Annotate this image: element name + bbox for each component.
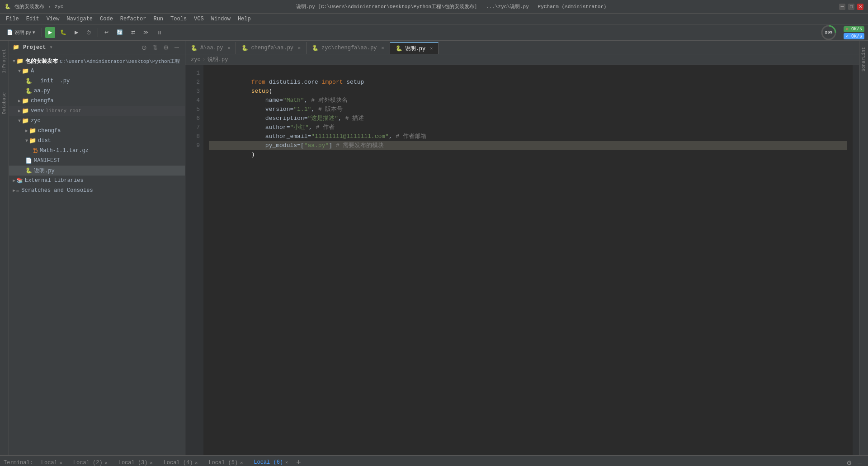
toolbar-right: 26% ✕ OK/s ✓ OK/s: [820, 24, 864, 41]
locate-button[interactable]: ⊙: [140, 43, 149, 52]
menu-vcs[interactable]: VCS: [190, 15, 208, 23]
terminal-tab-local2[interactable]: Local (2) ✕: [69, 457, 112, 466]
menu-tools[interactable]: Tools: [167, 15, 190, 23]
tab-aa-a-close[interactable]: ✕: [227, 45, 230, 51]
menu-file[interactable]: File: [2, 15, 23, 23]
local3-label: Local (3): [118, 460, 148, 466]
tree-ext-libs[interactable]: ▶ 📚 External Libraries: [9, 176, 185, 185]
terminal-settings-button[interactable]: ⚙: [844, 458, 854, 466]
tree-init-py[interactable]: 🐍 __init__.py: [9, 76, 185, 86]
init-py-label: __init__.py: [34, 78, 70, 84]
local4-close[interactable]: ✕: [195, 460, 198, 466]
chengfa-label: chengfa: [31, 98, 53, 104]
local1-close[interactable]: ✕: [60, 460, 62, 466]
root-folder-icon: 📁: [16, 57, 24, 65]
terminal-tab-local3[interactable]: Local (3) ✕: [114, 457, 157, 466]
tree-venv[interactable]: ▶ 📁 venv library root: [9, 106, 185, 116]
add-terminal-button[interactable]: +: [296, 458, 301, 466]
local2-close[interactable]: ✕: [105, 460, 108, 466]
terminal-tab-local5[interactable]: Local (5) ✕: [204, 457, 247, 466]
tree-shuoming-py[interactable]: 🐍 说明.py: [9, 166, 185, 176]
scratches-arrow[interactable]: ▶: [13, 188, 15, 193]
right-panel-sonar[interactable]: SonarLint: [859, 45, 868, 73]
hide-panel-button[interactable]: ─: [172, 43, 181, 52]
tab-bar: 🐍 A\aa.py ✕ 🐍 chengfa\aa.py ✕ 🐍 zyc\chen…: [185, 41, 859, 54]
toolbar-separator-1: [42, 28, 42, 37]
zyc-dist-label: dist: [38, 138, 51, 144]
run-config-dropdown[interactable]: 📄 说明.py ▾: [4, 27, 38, 38]
code-editor[interactable]: 1 2 3 4 5 6 7 8 9 from distutils.core im…: [185, 65, 859, 455]
terminal-tab-local4[interactable]: Local (4) ✕: [159, 457, 203, 466]
revert-button[interactable]: ↩: [101, 27, 112, 38]
menu-edit[interactable]: Edit: [23, 15, 43, 23]
title-bar-controls: ─ □ ✕: [839, 4, 863, 10]
menu-window[interactable]: Window: [208, 15, 234, 23]
tree-root[interactable]: ▼ 📁 包的安装发布 C:\Users\Administrator\Deskto…: [9, 56, 185, 66]
local3-close[interactable]: ✕: [150, 460, 153, 466]
settings-button[interactable]: ⚙: [161, 43, 170, 52]
zyc-collapse-arrow[interactable]: ▼: [18, 119, 21, 124]
local2-label: Local (2): [73, 460, 103, 466]
coverage-button[interactable]: ▶: [71, 27, 81, 38]
tab-chengfa-aa[interactable]: 🐍 chengfa\aa.py ✕: [236, 42, 307, 54]
pause-button[interactable]: ⏸: [154, 27, 165, 38]
menu-navigate[interactable]: Navigate: [63, 15, 96, 23]
zyc-dist-arrow[interactable]: ▼: [25, 138, 28, 143]
tab-chengfa-aa-close[interactable]: ✕: [298, 45, 301, 51]
expand-all-button[interactable]: ⇅: [151, 43, 160, 52]
tree-zyc[interactable]: ▼ 📁 zyc: [9, 116, 185, 126]
root-collapse-arrow[interactable]: ▼: [13, 59, 15, 64]
tree-scratches[interactable]: ▶ ✏ Scratches and Consoles: [9, 185, 185, 195]
more-actions[interactable]: ≫: [140, 27, 152, 38]
terminal-tab-local6[interactable]: Local (6) ✕: [249, 457, 292, 466]
menu-refactor[interactable]: Refactor: [117, 15, 150, 23]
sync-button[interactable]: 🔄: [113, 27, 126, 38]
close-button[interactable]: ✕: [857, 4, 863, 10]
activity-database[interactable]: Database: [0, 90, 9, 116]
chengfa-collapse-arrow[interactable]: ▶: [18, 98, 21, 104]
activity-project[interactable]: 1:Project: [0, 47, 9, 75]
tree-zyc-dist[interactable]: ▼ 📁 dist: [9, 136, 185, 146]
tab-shuoming-icon: 🐍: [396, 45, 402, 52]
zyc-label: zyc: [31, 118, 41, 124]
local6-close[interactable]: ✕: [285, 460, 288, 465]
project-panel-header: 📁 Project ▾ ⊙ ⇅ ⚙ ─: [9, 41, 185, 54]
tab-shuoming-close[interactable]: ✕: [430, 46, 433, 51]
tab-shuoming[interactable]: 🐍 说明.py ✕: [390, 42, 439, 54]
menu-view[interactable]: View: [43, 15, 63, 23]
debug-button[interactable]: 🐛: [57, 27, 70, 38]
tab-zyc-chengfa-aa-close[interactable]: ✕: [382, 45, 384, 51]
tree-zyc-chengfa[interactable]: ▶ 📁 chengfa: [9, 126, 185, 136]
tab-aa-a[interactable]: 🐍 A\aa.py ✕: [185, 42, 236, 54]
tree-folder-a[interactable]: ▼ 📁 A: [9, 66, 185, 76]
minimize-button[interactable]: ─: [839, 4, 845, 10]
venv-collapse-arrow[interactable]: ▶: [18, 108, 21, 114]
venv-folder-icon: 📁: [22, 107, 29, 114]
ext-libs-arrow[interactable]: ▶: [13, 178, 15, 183]
menu-code[interactable]: Code: [96, 15, 117, 23]
terminal-minimize-button[interactable]: ─: [855, 458, 864, 466]
code-content[interactable]: from distutils.core import setup setup( …: [203, 65, 853, 455]
venv-sublabel: library root: [46, 108, 81, 114]
local5-close[interactable]: ✕: [240, 460, 243, 466]
run-button[interactable]: ▶: [45, 27, 55, 38]
menu-help[interactable]: Help: [234, 15, 255, 23]
toolbar-separator-2: [98, 28, 98, 37]
tree-chengfa[interactable]: ▶ 📁 chengfa: [9, 96, 185, 106]
tree-aa-py[interactable]: 🐍 aa.py: [9, 86, 185, 96]
transfer-button[interactable]: ⇄: [128, 27, 138, 38]
file-tree: ▼ 📁 包的安装发布 C:\Users\Administrator\Deskto…: [9, 54, 185, 455]
tar-gz-icon: 🗜: [33, 147, 38, 154]
scratches-label: Scratches and Consoles: [21, 187, 93, 194]
maximize-button[interactable]: □: [848, 4, 854, 10]
profile-button[interactable]: ⏱: [83, 27, 94, 38]
menu-run[interactable]: Run: [150, 15, 167, 23]
tree-manifest[interactable]: 📄 MANIFEST: [9, 156, 185, 166]
tab-zyc-chengfa-aa[interactable]: 🐍 zyc\chengfa\aa.py ✕: [307, 42, 390, 54]
chengfa-folder-icon: 📁: [22, 97, 29, 105]
zyc-chengfa-arrow[interactable]: ▶: [25, 128, 28, 133]
a-collapse-arrow[interactable]: ▼: [18, 69, 21, 74]
terminal-tab-local1[interactable]: Local ✕: [37, 457, 67, 466]
toolbar: 📄 说明.py ▾ ▶ 🐛 ▶ ⏱ ↩ 🔄 ⇄ ≫ ⏸ 26%: [0, 24, 868, 41]
tree-math-tar[interactable]: 🗜 Math-1.1.tar.gz: [9, 146, 185, 156]
